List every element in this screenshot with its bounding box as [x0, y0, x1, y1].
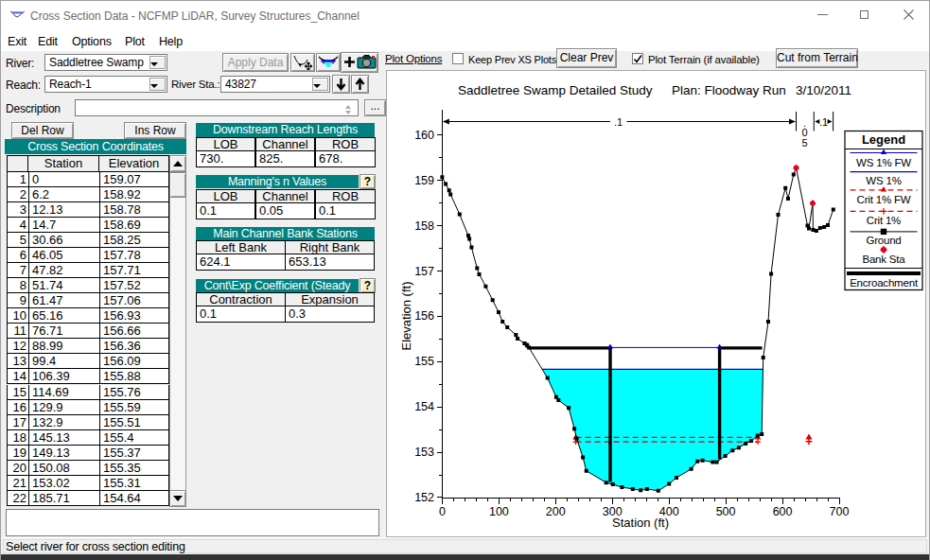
- svg-text:Elevation (ft): Elevation (ft): [399, 282, 413, 351]
- svg-text:158: 158: [414, 219, 434, 233]
- svg-text:500: 500: [716, 505, 736, 518]
- svg-text:153: 153: [414, 446, 434, 459]
- svg-text:160: 160: [414, 129, 434, 142]
- svg-text:Encroachment: Encroachment: [850, 277, 919, 289]
- svg-text:700: 700: [830, 505, 850, 518]
- svg-text:WS 1%: WS 1%: [866, 175, 901, 186]
- svg-text:0: 0: [439, 505, 446, 518]
- svg-text:156: 156: [414, 309, 434, 323]
- svg-text:157: 157: [414, 265, 434, 278]
- svg-text:.1: .1: [819, 116, 828, 128]
- svg-text:.1: .1: [614, 116, 623, 128]
- svg-text:152: 152: [414, 491, 434, 504]
- svg-text:100: 100: [489, 505, 509, 518]
- svg-text:Bank Sta: Bank Sta: [862, 254, 905, 265]
- svg-text:Legend: Legend: [862, 132, 905, 147]
- svg-text:Ground: Ground: [866, 235, 901, 246]
- svg-text:200: 200: [546, 505, 566, 518]
- svg-text:Saddletree Swamp Detailed Stud: Saddletree Swamp Detailed Study: [458, 83, 653, 97]
- svg-text:Crit 1%: Crit 1%: [867, 215, 901, 226]
- svg-text:3/10/2011: 3/10/2011: [796, 83, 851, 97]
- svg-text:600: 600: [773, 505, 793, 518]
- svg-text:159: 159: [414, 174, 434, 187]
- svg-text:Plan: Floodway Run: Plan: Floodway Run: [672, 83, 786, 97]
- svg-text:WS 1% FW: WS 1% FW: [856, 157, 911, 168]
- svg-text:5: 5: [801, 137, 807, 149]
- svg-text:Station (ft): Station (ft): [612, 516, 669, 530]
- svg-text:Crit 1% FW: Crit 1% FW: [857, 194, 911, 205]
- svg-text:154: 154: [414, 400, 434, 413]
- svg-text:155: 155: [414, 355, 434, 368]
